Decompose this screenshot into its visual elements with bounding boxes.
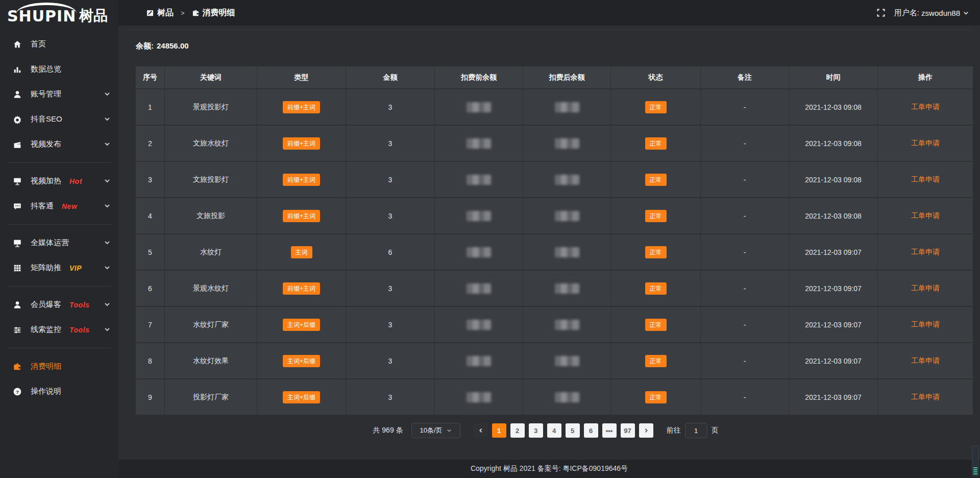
chevron-down-icon: [104, 115, 110, 124]
ticket-apply-link[interactable]: 工单申请: [911, 139, 940, 148]
status-cell: 正常: [611, 126, 701, 161]
sidebar-item-wallet[interactable]: 消费明细: [0, 354, 118, 379]
status-cell: 正常: [611, 271, 701, 306]
time-cell: 2021-12-03 09:07: [789, 307, 878, 342]
redacted-balance-before: [467, 102, 491, 112]
redacted-balance-after: [555, 247, 579, 257]
action-cell: 工单申请: [878, 126, 973, 161]
logo-text-en: SHUPIN: [7, 7, 76, 25]
remark-cell: -: [701, 307, 789, 342]
balance-after-cell: [523, 234, 611, 270]
sidebar-item-gear[interactable]: 抖音SEO: [0, 107, 118, 132]
chevron-down-icon: [104, 264, 110, 272]
sidebar-item-grid[interactable]: 矩阵助推VIP: [0, 255, 118, 280]
page-number-button[interactable]: 97: [621, 423, 635, 438]
column-header: 时间: [789, 66, 878, 88]
chevron-down-icon: [104, 300, 110, 309]
chevron-down-icon: [104, 177, 110, 185]
sidebar-menu: 首页数据总览账号管理抖音SEO视频发布视频加热Hot抖客通New全媒体运营矩阵助…: [0, 32, 118, 404]
balance-after-cell: [523, 89, 611, 125]
sidebar-item-label: 账号管理: [31, 89, 61, 99]
table-row: 8水纹灯效果主词+后缀3正常-2021-12-03 09:07工单申请: [136, 343, 973, 379]
balance-label: 余额:: [136, 41, 154, 50]
breadcrumb-current: 消费明细: [203, 8, 235, 18]
amount-cell: 6: [346, 234, 435, 270]
grid-icon: [12, 263, 22, 273]
column-header: 状态: [611, 66, 701, 88]
sidebar-item-label: 抖音SEO: [31, 114, 62, 124]
ticket-apply-link[interactable]: 工单申请: [911, 103, 940, 112]
sidebar-item-label: 视频发布: [31, 139, 61, 149]
ticket-apply-link[interactable]: 工单申请: [911, 211, 940, 221]
sidebar-item-sliders[interactable]: 线索监控Tools: [0, 317, 118, 342]
sidebar-item-home[interactable]: 首页: [0, 32, 118, 57]
ticket-apply-link[interactable]: 工单申请: [911, 284, 940, 293]
ticket-apply-link[interactable]: 工单申请: [911, 320, 940, 329]
balance-after-cell: [523, 271, 611, 306]
type-badge: 前缀+主词: [283, 101, 320, 113]
sidebar-item-label: 会员爆客: [31, 300, 61, 309]
prev-page-button[interactable]: [474, 423, 488, 438]
keyword-cell: 水纹灯: [165, 234, 257, 270]
sidebar-item-user[interactable]: 账号管理: [0, 82, 118, 107]
type-badge: 前缀+主词: [283, 282, 320, 295]
keyword-cell: 文旅水纹灯: [165, 126, 257, 161]
status-cell: 正常: [611, 162, 701, 197]
keyword-cell: 投影灯厂家: [165, 379, 257, 415]
floating-widget[interactable]: [972, 446, 979, 476]
goto-page-input[interactable]: 1: [685, 423, 707, 438]
page-ellipsis-button[interactable]: •••: [602, 423, 617, 438]
ticket-apply-link[interactable]: 工单申请: [911, 356, 940, 366]
sidebar-item-screen-heat[interactable]: 视频加热Hot: [0, 169, 118, 194]
username-value[interactable]: zswodun88: [921, 9, 960, 17]
table-row: 6景观水纹灯前缀+主词3正常-2021-12-03 09:07工单申请: [136, 271, 973, 307]
remark-cell: -: [701, 126, 789, 161]
sidebar-item-monitor[interactable]: 全媒体运营: [0, 230, 118, 255]
sidebar-item-label: 抖客通: [31, 201, 54, 211]
page-number-button[interactable]: 3: [529, 423, 543, 438]
page-number-button[interactable]: 5: [566, 423, 580, 438]
remark-cell: -: [701, 89, 789, 125]
next-page-button[interactable]: [639, 423, 653, 438]
remark-cell: -: [701, 379, 789, 415]
gear-icon: [12, 114, 22, 125]
sidebar-item-member[interactable]: 会员爆客Tools: [0, 292, 118, 317]
page-size-select[interactable]: 10条/页: [411, 423, 460, 438]
username-label: 用户名:: [894, 8, 919, 18]
sidebar-item-bar-chart[interactable]: 数据总览: [0, 57, 118, 82]
chevron-down-icon: [104, 325, 110, 334]
table-row: 4文旅投影前缀+主词3正常-2021-12-03 09:08工单申请: [136, 198, 973, 234]
fullscreen-icon[interactable]: [877, 9, 885, 17]
row-index: 1: [136, 89, 165, 125]
time-cell: 2021-12-03 09:07: [789, 271, 878, 306]
time-cell: 2021-12-03 09:08: [789, 89, 878, 125]
balance-after-cell: [523, 343, 611, 378]
wallet-icon: [192, 9, 200, 17]
sidebar-item-video-upload[interactable]: 视频发布: [0, 132, 118, 157]
page-number-button[interactable]: 1: [492, 423, 506, 438]
status-badge: 正常: [645, 210, 667, 222]
remark-cell: -: [701, 198, 789, 233]
page-number-button[interactable]: 6: [584, 423, 598, 438]
breadcrumb-home[interactable]: 树品: [157, 8, 174, 18]
logo-text-cn: 树品: [79, 6, 108, 26]
ticket-apply-link[interactable]: 工单申请: [911, 393, 940, 402]
ticket-apply-link[interactable]: 工单申请: [911, 175, 940, 184]
sidebar-item-tag: Tools: [69, 301, 89, 309]
sidebar-item-chat[interactable]: 抖客通New: [0, 194, 118, 219]
chevron-down-icon[interactable]: [963, 10, 969, 16]
sidebar-item-question[interactable]: ?操作说明: [0, 379, 118, 404]
row-index: 3: [136, 162, 165, 197]
amount-cell: 3: [346, 379, 435, 415]
page-number-button[interactable]: 4: [547, 423, 561, 438]
type-badge: 主词+后缀: [283, 391, 320, 403]
type-cell: 主词+后缀: [257, 343, 346, 378]
page-number-button[interactable]: 2: [510, 423, 525, 438]
column-header: 备注: [701, 66, 789, 88]
redacted-balance-before: [467, 211, 491, 221]
ticket-apply-link[interactable]: 工单申请: [911, 248, 940, 257]
balance-before-cell: [435, 343, 523, 378]
sidebar-divider: [7, 348, 111, 348]
top-header: 树品 > 消费明细 用户名: zswodun88: [118, 0, 980, 26]
action-cell: 工单申请: [878, 234, 973, 270]
